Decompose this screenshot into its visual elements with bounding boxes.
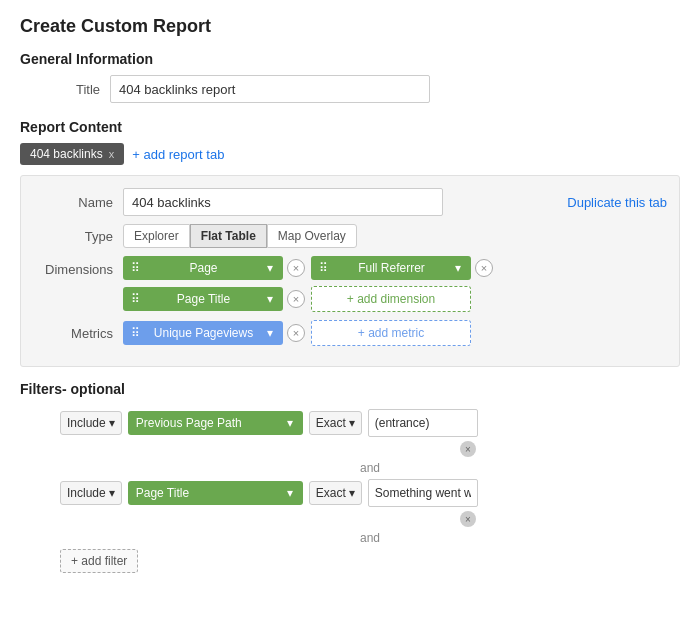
filter1-remove-button[interactable]: × xyxy=(460,441,476,457)
filter2-remove-button[interactable]: × xyxy=(460,511,476,527)
dropdown-arrow-metric-icon: ▾ xyxy=(267,326,273,340)
dimension-fullreferrer-item: ⠿ Full Referrer ▾ × xyxy=(311,256,493,280)
filter2-match-dropdown[interactable]: Exact ▾ xyxy=(309,481,362,505)
drag-icon-3: ⠿ xyxy=(131,292,140,306)
dropdown-arrow-icon: ▾ xyxy=(267,261,273,275)
dimension-pagetitle-dropdown[interactable]: ⠿ Page Title ▾ xyxy=(123,287,283,311)
add-filter-button[interactable]: + add filter xyxy=(60,549,138,573)
dimension-fullreferrer-remove[interactable]: × xyxy=(475,259,493,277)
metric-uniquepageviews-dropdown[interactable]: ⠿ Unique Pageviews ▾ xyxy=(123,321,283,345)
dimension-fullreferrer-label: Full Referrer xyxy=(358,261,425,275)
dimensions-grid: ⠿ Page ▾ × ⠿ Full Referrer ▾ × xyxy=(123,256,493,312)
report-tab[interactable]: 404 backlinks x xyxy=(20,143,124,165)
filter1-remove-row: × xyxy=(60,441,680,457)
filter2-match-label: Exact xyxy=(316,486,346,500)
dimension-page-remove[interactable]: × xyxy=(287,259,305,277)
type-row: Type Explorer Flat Table Map Overlay xyxy=(33,224,667,248)
filters-heading: Filters- optional xyxy=(20,381,680,397)
tab-label: 404 backlinks xyxy=(30,147,103,161)
metric-uniquepageviews-item: ⠿ Unique Pageviews ▾ × xyxy=(123,321,305,345)
dimension-pagetitle-remove[interactable]: × xyxy=(287,290,305,308)
tab-content-box: Name Duplicate this tab Type Explorer Fl… xyxy=(20,175,680,367)
add-metric-button[interactable]: + add metric xyxy=(311,320,471,346)
metrics-row: Metrics ⠿ Unique Pageviews ▾ × + add met… xyxy=(33,320,667,346)
title-input[interactable] xyxy=(110,75,430,103)
title-row: Title xyxy=(20,75,680,103)
filter1-match-dropdown[interactable]: Exact ▾ xyxy=(309,411,362,435)
filter-row-1: Include ▾ Previous Page Path ▾ Exact ▾ xyxy=(60,409,680,437)
dimension-pagetitle-label: Page Title xyxy=(177,292,230,306)
filter2-include-arrow: ▾ xyxy=(109,486,115,500)
and-label-1: and xyxy=(60,461,680,475)
filter2-include-dropdown[interactable]: Include ▾ xyxy=(60,481,122,505)
dropdown-arrow-icon-2: ▾ xyxy=(455,261,461,275)
report-content-heading: Report Content xyxy=(20,119,680,135)
dimension-page-item: ⠿ Page ▾ × xyxy=(123,256,305,280)
name-label: Name xyxy=(33,195,123,210)
dropdown-arrow-icon-3: ▾ xyxy=(267,292,273,306)
metrics-label: Metrics xyxy=(33,320,123,341)
add-metric-item: + add metric xyxy=(311,320,471,346)
filter1-match-arrow: ▾ xyxy=(349,416,355,430)
title-label: Title xyxy=(20,82,110,97)
dimensions-label: Dimensions xyxy=(33,256,123,277)
dimension-pagetitle-item: ⠿ Page Title ▾ × xyxy=(123,287,305,311)
type-label: Type xyxy=(33,229,123,244)
filter1-match-label: Exact xyxy=(316,416,346,430)
drag-icon-metric: ⠿ xyxy=(131,326,140,340)
add-dimension-item: + add dimension xyxy=(311,286,493,312)
filter1-dimension-arrow: ▾ xyxy=(287,416,293,430)
add-dimension-button[interactable]: + add dimension xyxy=(311,286,471,312)
name-input[interactable] xyxy=(123,188,443,216)
filter1-value-input[interactable] xyxy=(368,409,478,437)
filter1-include-arrow: ▾ xyxy=(109,416,115,430)
metric-uniquepageviews-remove[interactable]: × xyxy=(287,324,305,342)
filter2-match-arrow: ▾ xyxy=(349,486,355,500)
filter2-remove-row: × xyxy=(60,511,680,527)
type-buttons: Explorer Flat Table Map Overlay xyxy=(123,224,357,248)
dimensions-row: Dimensions ⠿ Page ▾ × ⠿ Full Referrer ▾ xyxy=(33,256,667,312)
filter1-dimension-label: Previous Page Path xyxy=(136,416,242,430)
report-content-section: Report Content 404 backlinks x + add rep… xyxy=(20,119,680,367)
filter1-dimension-dropdown[interactable]: Previous Page Path ▾ xyxy=(128,411,303,435)
duplicate-link[interactable]: Duplicate this tab xyxy=(567,195,667,210)
filters-optional-label: - optional xyxy=(62,381,125,397)
filter2-dimension-label: Page Title xyxy=(136,486,189,500)
page-title: Create Custom Report xyxy=(20,16,680,37)
tabs-row: 404 backlinks x + add report tab xyxy=(20,143,680,165)
add-filter-row: + add filter xyxy=(60,549,680,573)
type-btn-map-overlay[interactable]: Map Overlay xyxy=(267,224,357,248)
filter2-include-label: Include xyxy=(67,486,106,500)
dimension-fullreferrer-dropdown[interactable]: ⠿ Full Referrer ▾ xyxy=(311,256,471,280)
dimension-page-label: Page xyxy=(189,261,217,275)
filter2-dimension-arrow: ▾ xyxy=(287,486,293,500)
type-btn-explorer[interactable]: Explorer xyxy=(123,224,190,248)
filter1-include-label: Include xyxy=(67,416,106,430)
filter-row-2: Include ▾ Page Title ▾ Exact ▾ xyxy=(60,479,680,507)
name-row: Name Duplicate this tab xyxy=(33,188,667,216)
metric-uniquepageviews-label: Unique Pageviews xyxy=(154,326,253,340)
type-btn-flat-table[interactable]: Flat Table xyxy=(190,224,267,248)
filter2-dimension-dropdown[interactable]: Page Title ▾ xyxy=(128,481,303,505)
drag-icon: ⠿ xyxy=(131,261,140,275)
filter2-value-input[interactable] xyxy=(368,479,478,507)
tab-close-icon[interactable]: x xyxy=(109,148,115,160)
add-tab-link[interactable]: + add report tab xyxy=(132,147,224,162)
filter1-include-dropdown[interactable]: Include ▾ xyxy=(60,411,122,435)
and-label-2: and xyxy=(60,531,680,545)
drag-icon-2: ⠿ xyxy=(319,261,328,275)
dimension-page-dropdown[interactable]: ⠿ Page ▾ xyxy=(123,256,283,280)
filters-label: Filters xyxy=(20,381,62,397)
general-info-heading: General Information xyxy=(20,51,680,67)
metrics-grid: ⠿ Unique Pageviews ▾ × + add metric xyxy=(123,320,471,346)
filters-section: Filters- optional Include ▾ Previous Pag… xyxy=(20,381,680,573)
general-info-section: General Information Title xyxy=(20,51,680,103)
